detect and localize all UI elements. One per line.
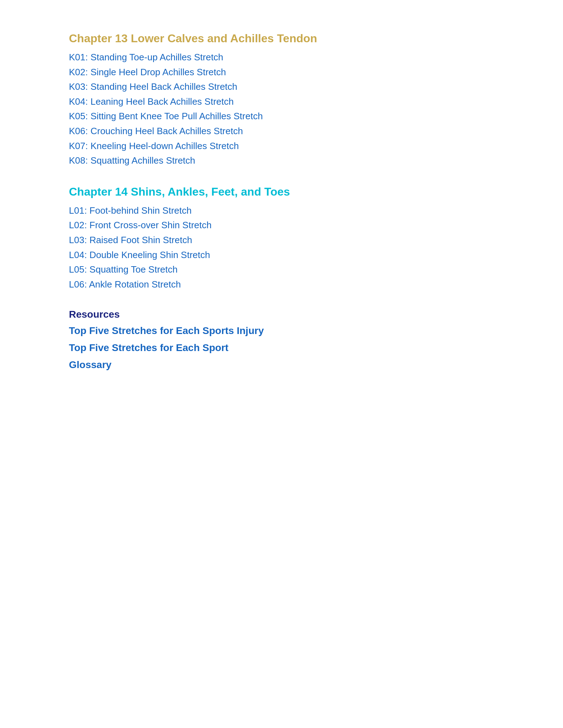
chapter-13-item-2[interactable]: K02: Single Heel Drop Achilles Stretch <box>69 65 494 80</box>
chapter-14-item-3[interactable]: L03: Raised Foot Shin Stretch <box>69 233 494 248</box>
chapter-13-item-3[interactable]: K03: Standing Heel Back Achilles Stretch <box>69 80 494 94</box>
chapter-14-item-6[interactable]: L06: Ankle Rotation Stretch <box>69 277 494 292</box>
resources-section: Resources Top Five Stretches for Each Sp… <box>69 309 494 373</box>
resources-links: Top Five Stretches for Each Sports Injur… <box>69 322 494 373</box>
chapter-14-item-5[interactable]: L05: Squatting Toe Stretch <box>69 262 494 277</box>
chapter-13-item-1[interactable]: K01: Standing Toe-up Achilles Stretch <box>69 50 494 65</box>
chapter-13-item-8[interactable]: K08: Squatting Achilles Stretch <box>69 153 494 168</box>
chapter-14-item-4[interactable]: L04: Double Kneeling Shin Stretch <box>69 248 494 263</box>
chapter-13-items: K01: Standing Toe-up Achilles StretchK02… <box>69 50 494 168</box>
chapter-13-heading[interactable]: Chapter 13 Lower Calves and Achilles Ten… <box>69 32 494 45</box>
chapter-13-item-4[interactable]: K04: Leaning Heel Back Achilles Stretch <box>69 94 494 109</box>
chapter-13-item-7[interactable]: K07: Kneeling Heel-down Achilles Stretch <box>69 139 494 154</box>
resource-link-2[interactable]: Top Five Stretches for Each Sport <box>69 339 494 356</box>
chapter-14-item-1[interactable]: L01: Foot-behind Shin Stretch <box>69 203 494 218</box>
chapter-13-item-6[interactable]: K06: Crouching Heel Back Achilles Stretc… <box>69 124 494 139</box>
resources-label: Resources <box>69 309 494 320</box>
chapter-13-item-5[interactable]: K05: Sitting Bent Knee Toe Pull Achilles… <box>69 109 494 124</box>
chapter-14-section: Chapter 14 Shins, Ankles, Feet, and Toes… <box>69 185 494 292</box>
chapter-14-items: L01: Foot-behind Shin StretchL02: Front … <box>69 203 494 292</box>
resource-link-1[interactable]: Top Five Stretches for Each Sports Injur… <box>69 322 494 339</box>
chapter-14-heading[interactable]: Chapter 14 Shins, Ankles, Feet, and Toes <box>69 185 494 198</box>
resource-link-3[interactable]: Glossary <box>69 356 494 373</box>
chapter-14-item-2[interactable]: L02: Front Cross-over Shin Stretch <box>69 218 494 233</box>
chapter-13-section: Chapter 13 Lower Calves and Achilles Ten… <box>69 32 494 168</box>
